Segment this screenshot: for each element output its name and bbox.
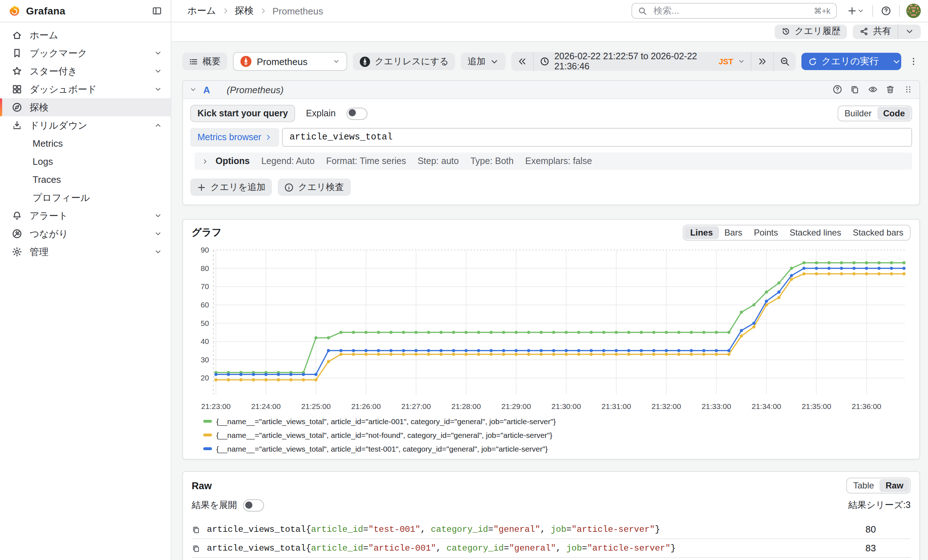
sidebar-item-ホーム[interactable]: ホーム xyxy=(0,26,171,44)
chevron-down-icon xyxy=(154,248,162,256)
raw-tab-raw[interactable]: Raw xyxy=(880,479,909,492)
metrics-browser-button[interactable]: Metrics browser xyxy=(190,128,279,147)
run-query-button[interactable]: クエリの実行 xyxy=(801,53,885,70)
svg-text:21:26:00: 21:26:00 xyxy=(351,402,381,411)
sidebar-item-ドリルダウン[interactable]: ドリルダウン xyxy=(0,116,171,134)
expand-results-toggle[interactable] xyxy=(243,499,264,511)
help-button[interactable] xyxy=(879,5,893,17)
raw-tab-table[interactable]: Table xyxy=(847,479,879,492)
query-row-actions xyxy=(832,85,913,95)
breadcrumb-home[interactable]: ホーム xyxy=(187,5,216,17)
explain-toggle[interactable] xyxy=(346,107,368,120)
time-shift-forward-button[interactable] xyxy=(751,52,773,71)
sidebar-item-label: Traces xyxy=(32,174,162,185)
svg-text:21:36:00: 21:36:00 xyxy=(852,402,881,411)
query-row-header[interactable]: A (Prometheus) xyxy=(183,81,919,99)
share-button[interactable]: 共有 xyxy=(853,24,897,39)
search-shortcut-hint: ⌘+k xyxy=(814,6,830,15)
raw-title: Raw xyxy=(192,480,212,491)
star-icon xyxy=(12,66,23,77)
sidebar-item-ダッシュボード[interactable]: ダッシュボード xyxy=(0,80,171,98)
collapse-query-icon[interactable] xyxy=(189,86,197,93)
copy-icon[interactable] xyxy=(192,544,200,552)
svg-text:21:29:00: 21:29:00 xyxy=(501,402,531,411)
collapse-sidebar-button[interactable] xyxy=(150,5,163,17)
kickstart-query-button[interactable]: Kick start your query xyxy=(190,105,295,122)
query-history-button[interactable]: クエリ履歴 xyxy=(774,24,847,39)
sidebar-item-ブックマーク[interactable]: ブックマーク xyxy=(0,44,171,62)
sidebar-item-つながり[interactable]: つながり xyxy=(0,225,171,243)
info-circle-icon xyxy=(284,183,294,192)
duplicate-query-icon[interactable] xyxy=(850,85,860,95)
legend-label: {__name__="article_views_total", article… xyxy=(216,417,556,426)
user-avatar[interactable] xyxy=(906,4,921,18)
query-help-icon[interactable] xyxy=(832,85,842,95)
delete-query-icon[interactable] xyxy=(885,85,895,95)
time-series-chart[interactable]: 21:23:0021:24:0021:25:0021:26:0021:27:00… xyxy=(192,243,912,415)
add-button[interactable]: 追加 xyxy=(461,53,506,70)
drag-handle-icon[interactable] xyxy=(903,85,913,95)
editor-tab-code[interactable]: Code xyxy=(878,107,911,120)
sidebar-item-label: スター付き xyxy=(30,65,147,78)
graph-style-stacked-lines[interactable]: Stacked lines xyxy=(784,226,847,239)
sidebar-item-logs[interactable]: Logs xyxy=(0,152,171,170)
add-query-button[interactable]: クエリを追加 xyxy=(190,178,272,196)
raw-result-rows: article_views_total{article_id="test-001… xyxy=(192,520,911,560)
run-query-label: クエリの実行 xyxy=(822,55,879,68)
chevron-up-icon xyxy=(154,122,162,129)
copy-icon[interactable] xyxy=(192,525,200,534)
toggle-query-visibility-icon[interactable] xyxy=(868,85,878,95)
graph-style-lines[interactable]: Lines xyxy=(684,226,719,239)
sidebar-item-traces[interactable]: Traces xyxy=(0,170,171,189)
outline-button[interactable]: 概要 xyxy=(182,53,227,70)
metric-value: 80 xyxy=(865,524,911,535)
toolbar-more-button[interactable] xyxy=(907,55,920,68)
legend-swatch xyxy=(203,434,212,437)
time-shift-back-button[interactable] xyxy=(512,52,533,71)
new-button[interactable] xyxy=(846,5,866,17)
legend-item[interactable]: {__name__="article_views_total", article… xyxy=(203,444,548,453)
plus-icon xyxy=(197,183,206,192)
breadcrumb-explore[interactable]: 探検 xyxy=(235,5,253,17)
sidebar-item-探検[interactable]: 探検 xyxy=(0,98,171,116)
legend-item[interactable]: {__name__="article_views_total", article… xyxy=(203,417,556,426)
sidebar-item-アラート[interactable]: アラート xyxy=(0,207,171,225)
query-editor-bottom-row: クエリを追加 クエリ検査 xyxy=(190,178,912,196)
svg-text:90: 90 xyxy=(201,246,209,254)
expand-options-icon[interactable] xyxy=(202,158,208,164)
query-editor-body: Kick start your query Explain BuilderCod… xyxy=(183,99,919,204)
run-query-interval-button[interactable] xyxy=(885,53,901,70)
global-search[interactable]: ⌘+k xyxy=(632,3,837,19)
sidebar-item-管理[interactable]: 管理 xyxy=(0,243,171,261)
query-datasource-hint: (Prometheus) xyxy=(227,84,284,95)
sidebar-item-metrics[interactable]: Metrics xyxy=(0,134,171,152)
sidebar-item-スター付き[interactable]: スター付き xyxy=(0,62,171,80)
sidebar-item-label: Logs xyxy=(32,156,162,167)
chevron-right-icon xyxy=(265,134,272,141)
query-options-row[interactable]: Options Legend: AutoFormat: Time seriesS… xyxy=(195,152,912,170)
queryless-button[interactable]: クエリレスにする xyxy=(353,53,455,70)
editor-tab-builder[interactable]: Builder xyxy=(839,107,878,120)
graph-style-stacked-bars[interactable]: Stacked bars xyxy=(847,226,909,239)
time-range-picker[interactable]: 2026-02-22 21:22:57 to 2026-02-22 21:36:… xyxy=(533,52,751,71)
promql-expression-input[interactable]: article_views_total xyxy=(282,128,912,147)
share-menu-button[interactable] xyxy=(898,24,921,39)
ellipsis-vertical-icon xyxy=(908,56,919,67)
options-title: Options xyxy=(215,156,250,166)
graph-style-points[interactable]: Points xyxy=(748,226,784,239)
datasource-picker[interactable]: Prometheus xyxy=(233,52,347,71)
sidebar-item-label: Metrics xyxy=(32,138,162,149)
search-input[interactable] xyxy=(652,5,809,17)
apps-icon xyxy=(12,84,23,95)
zoom-out-time-button[interactable] xyxy=(773,52,796,71)
chevron-down-icon xyxy=(154,230,162,238)
option-summary-item: Exemplars: false xyxy=(525,156,592,166)
explain-label: Explain xyxy=(306,108,336,119)
chart-legend: {__name__="article_views_total", article… xyxy=(192,417,911,453)
divider xyxy=(872,5,873,17)
graph-style-bars[interactable]: Bars xyxy=(719,226,748,239)
sidebar-item-プロフィール[interactable]: プロフィール xyxy=(0,189,171,207)
query-inspector-button[interactable]: クエリ検査 xyxy=(278,178,350,196)
legend-item[interactable]: {__name__="article_views_total", article… xyxy=(203,431,552,439)
metric-expression: article_views_total{article_id="article-… xyxy=(207,543,676,553)
